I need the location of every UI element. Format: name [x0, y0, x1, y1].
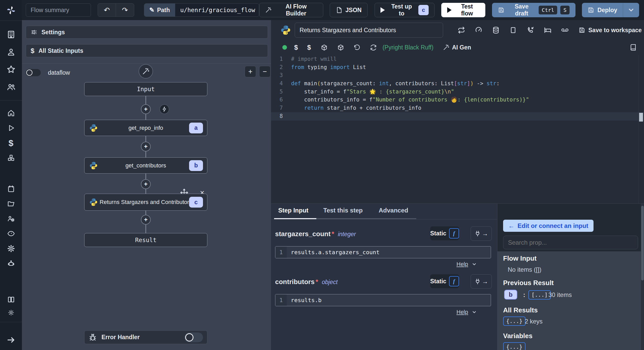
path-value[interactable]: u/henri/gracious_flow — [175, 7, 259, 13]
sidebar-item-schedules[interactable] — [0, 181, 22, 196]
step-node-a[interactable]: get_repo_info a — [84, 120, 207, 136]
square-icon[interactable] — [509, 26, 517, 34]
dataflow-toggle[interactable] — [26, 69, 41, 76]
flow-settings-button[interactable]: Settings — [26, 26, 268, 39]
sidebar-expand-icon[interactable] — [0, 332, 22, 347]
add-step-button[interactable]: + — [141, 179, 151, 189]
add-step-button[interactable]: + — [141, 142, 151, 151]
sidebar-item-runs[interactable] — [0, 121, 22, 135]
bed-icon[interactable] — [544, 26, 552, 34]
expr-input-contributors[interactable]: 1 results.b — [275, 294, 491, 306]
database-icon[interactable] — [492, 26, 500, 34]
flow-input-heading: Flow Input — [503, 254, 537, 262]
tab-test-this-step[interactable]: Test this step — [323, 207, 363, 214]
wand-icon — [265, 7, 272, 13]
deploy-dropdown-button[interactable] — [623, 6, 639, 14]
connect-input-button[interactable]: → — [471, 274, 492, 289]
trigger-button[interactable] — [159, 104, 169, 114]
error-handler-row[interactable]: Error Handler — [84, 330, 207, 344]
chevron-down-icon — [472, 310, 477, 315]
step-title-input[interactable] — [295, 23, 443, 38]
sidebar-item-groups[interactable] — [0, 80, 22, 95]
dollar-icon[interactable]: $ — [307, 44, 311, 52]
sidebar-item-user[interactable] — [0, 45, 22, 59]
deploy-group: Deploy — [582, 3, 639, 17]
library-button[interactable] — [630, 44, 637, 52]
test-flow-button[interactable]: Test flow — [441, 3, 485, 17]
undo-button[interactable]: ↶ — [98, 4, 116, 16]
code-line: 1# import wmill — [271, 55, 644, 63]
tab-advanced[interactable]: Advanced — [379, 207, 408, 214]
tab-step-input[interactable]: Step Input — [278, 207, 308, 214]
all-static-inputs-button[interactable]: $ All Static Inputs — [26, 44, 268, 57]
flow-result-node[interactable]: Result — [84, 233, 207, 247]
json-button[interactable]: JSON — [330, 3, 368, 17]
editor-scrollbar[interactable] — [639, 113, 643, 122]
phone-incoming-icon[interactable] — [527, 26, 534, 34]
topbar: Flow summary ↶ ↷ ✎ Path u/henri/gracious… — [22, 0, 644, 20]
sidebar-item-ai[interactable] — [0, 256, 22, 271]
sidebar-item-folders[interactable] — [0, 196, 22, 211]
refresh-icon[interactable] — [370, 44, 377, 51]
sidebar-item-settings[interactable] — [0, 241, 22, 256]
edit-or-connect-button[interactable]: ← Edit or connect an input — [503, 220, 594, 232]
dollar-icon[interactable]: $ — [294, 44, 298, 52]
prev-result-id-badge[interactable]: b — [504, 290, 517, 300]
zoom-in-button[interactable]: + — [245, 66, 256, 77]
error-handler-toggle[interactable] — [184, 332, 203, 342]
zoom-out-button[interactable]: − — [259, 66, 270, 77]
deploy-button[interactable]: Deploy — [582, 3, 623, 17]
flow-summary-button[interactable]: Flow summary — [26, 3, 91, 17]
kbd-s: S — [560, 6, 570, 14]
test-up-to-button[interactable]: Test up to c — [375, 3, 435, 17]
ai-flow-builder-button[interactable]: AI Flow Builder — [259, 3, 323, 17]
array-expand-chip[interactable]: [...] — [528, 290, 551, 300]
gauge-icon[interactable] — [475, 26, 482, 34]
code-editor[interactable]: 1# import wmill2from typing import List3… — [271, 55, 644, 203]
sidebar-item-audit-logs[interactable] — [0, 226, 22, 241]
help-link[interactable]: Help — [456, 309, 477, 315]
voicemail-icon[interactable] — [561, 26, 569, 34]
windmill-logo-icon[interactable] — [0, 0, 22, 21]
sidebar-item-docs[interactable] — [0, 292, 22, 307]
minimap-divider — [638, 55, 639, 203]
plug-icon — [474, 278, 481, 285]
flow-input-node[interactable]: Input — [84, 82, 207, 96]
step-node-c[interactable]: Returns Stargazers and Contributors c — [84, 194, 207, 211]
save-draft-button[interactable]: Save draft Ctrl S — [492, 3, 575, 17]
package-icon[interactable] — [321, 44, 328, 51]
sidebar-item-resources[interactable] — [0, 150, 22, 165]
theme-toggle-icon[interactable] — [0, 307, 22, 318]
ai-gen-button[interactable]: AI Gen — [443, 44, 471, 51]
step-id-badge: b — [189, 160, 203, 171]
variables-expand-chip[interactable]: {...} — [503, 342, 526, 350]
step-node-b[interactable]: get_contributors b — [84, 157, 207, 174]
javascript-expr-button[interactable]: f — [449, 276, 459, 286]
package-icon[interactable] — [337, 44, 344, 51]
add-step-button[interactable]: + — [141, 215, 151, 225]
add-step-button[interactable]: + — [141, 104, 151, 114]
lint-status[interactable]: (Pyright Black Ruff) — [383, 44, 434, 51]
sidebar-item-workers[interactable] — [0, 211, 22, 226]
redo-button[interactable]: ↷ — [116, 4, 134, 16]
object-expand-chip[interactable]: {...} — [503, 317, 526, 326]
sidebar-item-workspace[interactable] — [0, 27, 22, 42]
search-prop-input[interactable] — [503, 236, 638, 249]
input-mode-toggle[interactable]: Static f — [430, 226, 459, 240]
expr-input-stargazers-count[interactable]: 1 results.a.stargazers_count — [275, 246, 491, 258]
undo-icon[interactable] — [353, 44, 360, 51]
prop-connect-panel: ← Edit or connect an input Flow Input No… — [497, 203, 644, 350]
sidebar-item-variables[interactable]: $ — [0, 135, 22, 150]
prop-panel-scrollbar[interactable] — [641, 206, 644, 280]
repeat-icon[interactable] — [457, 26, 465, 34]
input-mode-toggle[interactable]: Static f — [430, 274, 459, 288]
save-to-workspace-button[interactable]: Save to workspace — [579, 27, 642, 34]
help-link[interactable]: Help — [456, 261, 477, 268]
dataflow-row: dataflow — [26, 67, 70, 78]
sidebar-divider — [0, 100, 22, 100]
connect-input-button[interactable]: → — [471, 226, 492, 241]
sidebar-item-favorites[interactable] — [0, 62, 22, 77]
javascript-expr-button[interactable]: f — [449, 228, 459, 238]
ai-step-wand-button[interactable] — [139, 64, 153, 79]
sidebar-item-home[interactable] — [0, 106, 22, 121]
